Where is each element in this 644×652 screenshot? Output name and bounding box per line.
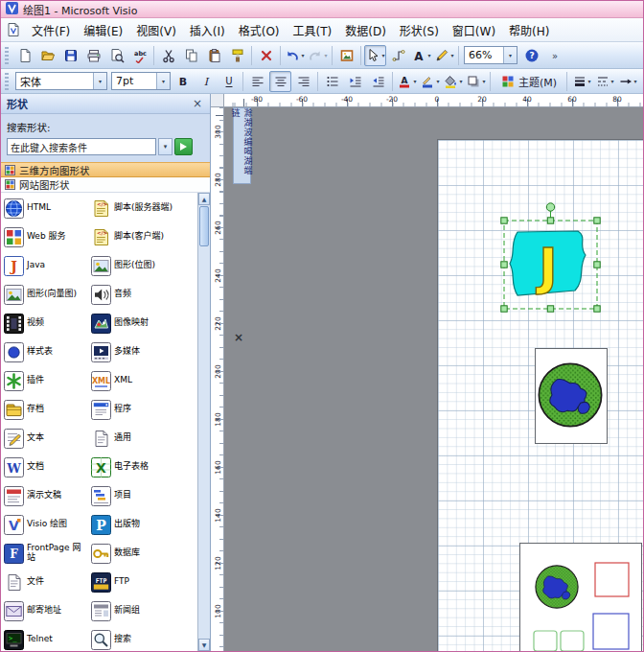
text-dropdown-icon[interactable]: ▾ [427,52,430,58]
redo-dropdown-icon[interactable]: ▾ [324,52,327,58]
font-name-dropdown-icon[interactable]: ▾ [93,73,106,89]
search-go-button[interactable] [174,138,193,155]
selection-handle[interactable] [501,218,507,223]
shape-globe-framed[interactable] [536,349,608,444]
bullets-button[interactable] [321,71,343,92]
search-dropdown-icon[interactable]: ▾ [158,138,172,155]
stencil-shape-image-map[interactable]: 图像映射 [91,309,196,338]
stencil-shape-news[interactable]: 新闻组 [91,596,196,625]
shadow-dropdown-icon[interactable]: ▾ [482,78,485,84]
zoom-combo[interactable]: 66%▾ [464,46,518,64]
stencil-shape-archive[interactable]: 存档 [4,395,89,424]
scrollbar-track[interactable] [198,247,210,639]
save-button[interactable] [59,45,81,66]
selection-handle[interactable] [594,262,600,268]
stencil-shape-globe[interactable]: HTML [4,194,89,222]
stencil-shape-stylesheet[interactable]: 样式表 [4,338,89,366]
format-painter-button[interactable] [226,45,248,66]
scrollbar-thumb[interactable] [199,206,209,246]
new-button[interactable] [13,45,35,66]
selection-handle[interactable] [547,218,553,223]
stencil-shape-file-page[interactable]: 通用 [91,424,196,453]
open-button[interactable] [36,45,58,66]
italic-button[interactable]: I [195,71,217,92]
stencil-shape-text-pencil[interactable]: 文本 [4,424,89,453]
stencil-shape-java[interactable]: JJava [4,251,89,280]
selected-shape-j[interactable]: J [510,231,586,295]
pencil-dropdown-icon[interactable]: ▾ [450,52,453,58]
rotation-handle[interactable] [546,203,554,211]
menu-data[interactable]: 数据(D) [338,19,393,41]
pointer-dropdown-icon[interactable]: ▾ [381,52,384,58]
stencil-shape-picture[interactable]: 图形(向量图) [4,280,89,309]
delete-button[interactable] [255,45,277,66]
stencil-shape-script[interactable]: </>脚本(客户端) [91,222,196,251]
selection-handle[interactable] [594,306,600,312]
toolbar-grip[interactable] [5,73,9,90]
scroll-up-icon[interactable]: ▲ [198,193,210,205]
line-ends-dropdown-icon[interactable]: ▾ [634,78,637,84]
pointer-button[interactable]: ▾ [364,45,386,66]
undo-dropdown-icon[interactable]: ▾ [301,52,304,58]
redo-button[interactable]: ▾ [307,45,329,66]
spelling-button[interactable]: abc [128,45,150,66]
stencil-shape-frontpage[interactable]: FFrontPage 网站 [4,539,89,568]
stencil-shape-publish-p[interactable]: P出版物 [91,510,196,539]
indent-dec-button[interactable] [344,71,366,92]
stencil-shape-film[interactable]: 视频 [4,309,89,338]
stencil-shape-picture[interactable]: 图形(位图) [91,251,196,280]
line-color-button[interactable]: ▾ [419,71,441,92]
selection-handle[interactable] [501,262,507,268]
selection-handle[interactable] [594,218,600,223]
stencil-shape-terminal[interactable]: >_Telnet [4,625,89,651]
align-right-button[interactable] [292,71,314,92]
connector-button[interactable] [387,45,409,66]
bold-button[interactable]: B [172,71,194,92]
undo-button[interactable]: ▾ [284,45,306,66]
stencil-shape-script[interactable]: </>脚本(服务器端) [91,194,196,222]
copy-button[interactable] [180,45,202,66]
selection-handle[interactable] [501,306,507,312]
stencil-shape-project-list[interactable]: 项目 [91,481,196,510]
stencil-shape-slides[interactable]: 演示文稿 [4,481,89,510]
underline-button[interactable]: U [218,71,240,92]
shadow-button[interactable]: ▾ [465,71,487,92]
menu-help[interactable]: 帮助(H) [502,19,556,41]
stencil-shape-multimedia[interactable]: 多媒体 [91,338,196,366]
theme-button[interactable]: 主题(M) [494,71,564,92]
shape-list-scrollbar[interactable]: ▲ ▼ [197,193,210,651]
shape-group-bottom[interactable] [520,544,642,652]
stencil-shape-audio[interactable]: 音频 [91,280,196,309]
more-button[interactable]: » [543,45,565,66]
print-button[interactable] [82,45,104,66]
stencil-shape-plugin[interactable]: 插件 [4,366,89,395]
font-name-combo[interactable]: 宋体 ▾ [15,72,107,90]
stencil-header-website[interactable]: 网站图形状 [1,177,210,193]
vertical-text-note[interactable]: 滁湖波编喝湖端链 [233,107,251,184]
menu-window[interactable]: 窗口(W) [446,19,502,41]
toolbar-grip[interactable] [5,47,9,64]
menu-tools[interactable]: 工具(T) [287,19,339,41]
menu-view[interactable]: 视图(V) [129,19,183,41]
drawing-explorer-button[interactable] [335,45,357,66]
stencil-shape-program-window[interactable]: 程序 [91,395,196,424]
font-color-button[interactable]: A▾ [396,71,418,92]
menu-file[interactable]: 文件(F) [25,19,77,41]
line-pattern-button[interactable]: ▾ [593,71,615,92]
font-size-dropdown-icon[interactable]: ▾ [156,73,170,89]
line-pattern-dropdown-icon[interactable]: ▾ [611,78,614,84]
document-icon[interactable] [6,22,21,37]
cut-button[interactable] [157,45,179,66]
floating-close-icon[interactable]: × [231,330,246,345]
zoom-dropdown-icon[interactable]: ▾ [503,47,517,63]
line-weight-button[interactable]: ▾ [570,71,592,92]
font-size-combo[interactable]: 7pt ▾ [111,72,171,90]
selection-handle[interactable] [547,306,553,312]
line-weight-dropdown-icon[interactable]: ▾ [588,78,591,84]
pencil-button[interactable]: ▾ [433,45,455,66]
stencil-shape-visio-v[interactable]: VVisio 绘图 [4,510,89,539]
align-left-button[interactable] [246,71,268,92]
align-center-button[interactable] [269,71,291,92]
menu-shape[interactable]: 形状(S) [393,19,446,41]
stencil-shape-xml[interactable]: XMLXML [91,366,196,395]
